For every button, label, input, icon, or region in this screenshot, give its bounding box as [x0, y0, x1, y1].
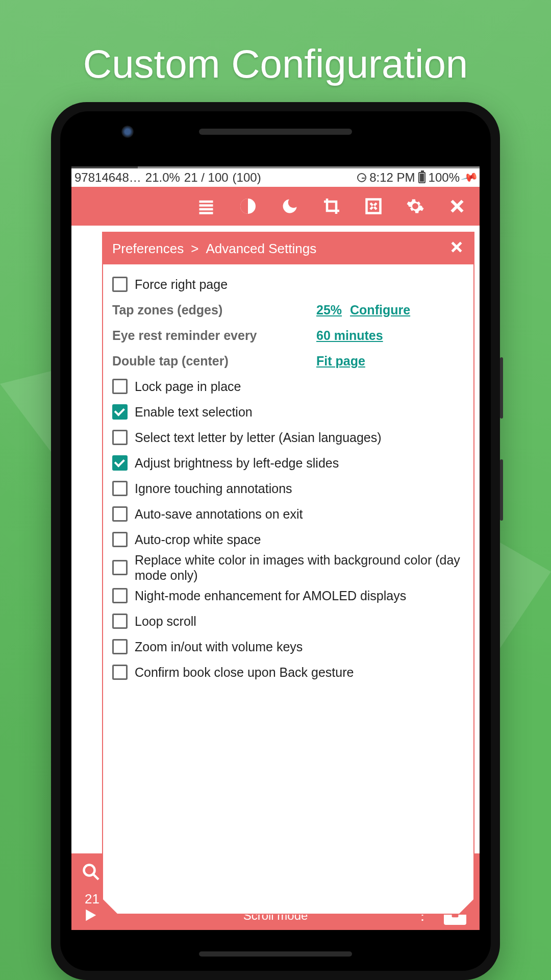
option-label: Double tap (center): [112, 354, 229, 369]
option-label: Select text letter by letter (Asian lang…: [135, 430, 464, 445]
double-tap-value-link[interactable]: Fit page: [316, 354, 365, 369]
fullscreen-icon[interactable]: [363, 196, 384, 216]
option-confirm-close[interactable]: Confirm book close upon Back gesture: [112, 659, 464, 685]
option-replace-white[interactable]: Replace white color in images with backg…: [112, 552, 464, 583]
option-label: Eye rest reminder every: [112, 328, 257, 343]
option-zoom-volume[interactable]: Zoom in/out with volume keys: [112, 634, 464, 659]
checkbox-icon[interactable]: [112, 614, 128, 629]
battery-icon: [418, 172, 425, 183]
checkbox-icon[interactable]: [112, 560, 128, 575]
option-eye-rest: Eye rest reminder every 60 minutes: [112, 323, 464, 348]
option-label: Replace white color in images with backg…: [135, 552, 464, 583]
checkbox-icon[interactable]: [112, 404, 128, 420]
bottom-page-number: 21: [85, 891, 99, 907]
checkbox-icon[interactable]: [112, 430, 128, 445]
panel-header: Preferences > Advanced Settings: [103, 233, 473, 264]
option-label: Enable text selection: [135, 404, 464, 420]
panel-close-icon[interactable]: [449, 239, 464, 258]
checkbox-icon[interactable]: [112, 639, 128, 654]
checkbox-icon[interactable]: [112, 277, 128, 292]
checkbox-icon[interactable]: [112, 588, 128, 603]
option-label: Force right page: [135, 277, 464, 292]
option-label: Lock page in place: [135, 379, 464, 394]
svg-marker-10: [86, 910, 96, 921]
checkbox-icon[interactable]: [112, 379, 128, 394]
option-tap-zones: Tap zones (edges) 25% Configure: [112, 297, 464, 323]
breadcrumb-advanced: Advanced Settings: [206, 241, 316, 257]
option-enable-selection[interactable]: Enable text selection: [112, 399, 464, 425]
option-ignore-annotations[interactable]: Ignore touching annotations: [112, 476, 464, 501]
phone-side-button: [500, 357, 503, 419]
top-toolbar: [71, 187, 480, 226]
crop-icon[interactable]: [321, 196, 342, 216]
panel-body: Force right page Tap zones (edges) 25% C…: [103, 264, 473, 914]
phone-bottom-speaker: [199, 951, 352, 957]
gear-icon[interactable]: [405, 196, 425, 216]
status-page: 21 / 100: [184, 170, 229, 185]
option-brightness-slide[interactable]: Adjust brightness by left-edge slides: [112, 450, 464, 476]
breadcrumb-preferences[interactable]: Preferences: [112, 241, 184, 257]
option-label: Auto-save annotations on exit: [135, 506, 464, 522]
status-bar: 97814648… 21.0% 21 / 100 (100) 8:12 PM 1…: [71, 166, 480, 187]
phone-frame: 97814648… 21.0% 21 / 100 (100) 8:12 PM 1…: [51, 102, 500, 980]
option-autocrop[interactable]: Auto-crop white space: [112, 527, 464, 552]
phone-speaker: [199, 129, 352, 135]
checkbox-icon[interactable]: [112, 481, 128, 496]
svg-point-8: [84, 865, 95, 876]
option-force-right[interactable]: Force right page: [112, 272, 464, 297]
option-select-letter[interactable]: Select text letter by letter (Asian lang…: [112, 425, 464, 450]
option-label: Ignore touching annotations: [135, 481, 464, 496]
checkbox-icon[interactable]: [112, 532, 128, 547]
phone-camera: [121, 126, 134, 138]
option-lock-page[interactable]: Lock page in place: [112, 374, 464, 399]
option-label: Tap zones (edges): [112, 303, 222, 317]
tap-zones-percent-link[interactable]: 25%: [316, 303, 342, 317]
play-icon[interactable]: [83, 908, 98, 925]
checkbox-icon[interactable]: [112, 665, 128, 680]
option-loop-scroll[interactable]: Loop scroll: [112, 608, 464, 634]
option-label: Zoom in/out with volume keys: [135, 639, 464, 654]
option-double-tap: Double tap (center) Fit page: [112, 348, 464, 374]
status-total: (100): [233, 170, 261, 185]
tap-zones-configure-link[interactable]: Configure: [350, 303, 410, 317]
breadcrumb-separator: >: [191, 241, 198, 257]
svg-rect-5: [367, 200, 381, 213]
eye-rest-value-link[interactable]: 60 minutes: [316, 328, 383, 343]
status-zoom: 21.0%: [145, 170, 180, 185]
status-file: 97814648…: [74, 170, 141, 185]
preferences-panel: Preferences > Advanced Settings Force ri…: [102, 232, 474, 915]
contrast-icon[interactable]: [238, 196, 258, 216]
option-label: Adjust brightness by left-edge slides: [135, 455, 464, 471]
screen: 97814648… 21.0% 21 / 100 (100) 8:12 PM 1…: [71, 166, 480, 930]
svg-line-9: [93, 874, 99, 880]
pin-icon[interactable]: 📌: [460, 168, 479, 187]
checkbox-icon[interactable]: [112, 455, 128, 471]
option-night-amoled[interactable]: Night-mode enhancement for AMOLED displa…: [112, 583, 464, 608]
option-label: Auto-crop white space: [135, 532, 464, 547]
search-icon[interactable]: [82, 863, 100, 886]
phone-side-button: [500, 459, 503, 521]
status-battery: 100%: [429, 170, 460, 185]
option-autosave-annotations[interactable]: Auto-save annotations on exit: [112, 501, 464, 527]
clock-icon: [357, 173, 366, 182]
status-time: 8:12 PM: [369, 170, 415, 185]
close-icon[interactable]: [447, 196, 467, 216]
promo-title: Custom Configuration: [0, 41, 551, 87]
checkbox-icon[interactable]: [112, 506, 128, 522]
moon-icon[interactable]: [280, 196, 300, 216]
menu-icon[interactable]: [196, 196, 216, 216]
option-label: Night-mode enhancement for AMOLED displa…: [135, 588, 464, 603]
option-label: Confirm book close upon Back gesture: [135, 665, 464, 680]
option-label: Loop scroll: [135, 614, 464, 629]
